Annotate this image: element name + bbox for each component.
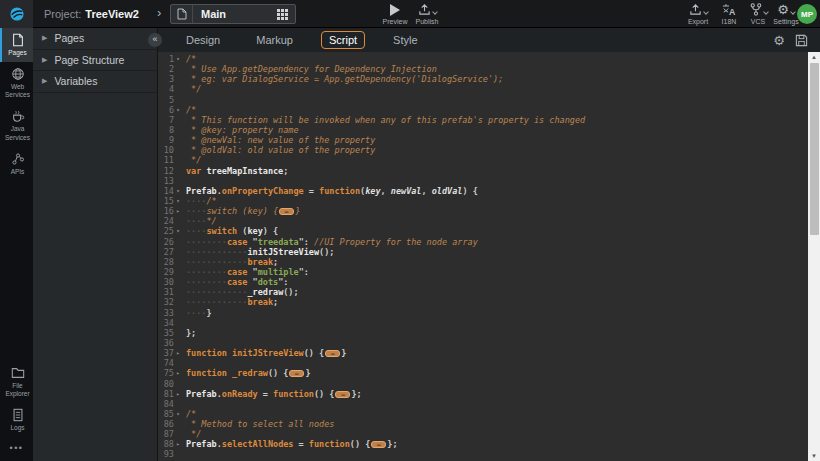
preview-button[interactable]: Preview [378,3,412,25]
code-line[interactable]: 9 * @newVal: new value of the property [158,135,808,145]
code-line[interactable]: 15▾····/* [158,196,808,206]
code-line[interactable]: 74 [158,358,808,368]
code-line[interactable]: 87 */ [158,429,808,439]
sidebar-item-logs[interactable]: Logs [0,403,33,437]
folded-code-pill[interactable] [279,208,294,215]
panel-section-pages[interactable]: ▶ Pages [33,28,157,50]
sidebar-item-pages[interactable]: Pages [0,28,33,62]
code-line[interactable]: 80 [158,379,808,389]
collapse-panel-button[interactable]: « [148,33,162,47]
fold-toggle-icon[interactable]: ▸ [174,206,182,216]
fold-toggle-icon[interactable]: ▸ [174,368,182,378]
user-avatar[interactable]: MP [797,4,817,24]
tab-design[interactable]: Design [178,31,228,49]
line-number: 11 [158,155,174,165]
code-line[interactable]: 25▾····switch (key) { [158,226,808,236]
script-settings-gear-icon[interactable]: ⚙ [773,33,785,48]
code-line[interactable]: 16▸····switch (key) {} [158,206,808,216]
code-text: * @newVal: new value of the property [182,135,375,145]
script-editor[interactable]: 1▾/*2 * Use App.getDependency for Depend… [158,52,808,461]
code-line[interactable]: 5 [158,95,808,105]
sidebar-item-web-services[interactable]: Web Services [0,62,33,104]
code-line[interactable]: 93 [158,449,808,459]
code-line[interactable]: 13 [158,176,808,186]
sidebar-item-file-explorer[interactable]: File Explorer [0,361,33,403]
export-button[interactable]: Export [681,3,715,25]
scrollbar-down-arrow[interactable]: ▼ [808,451,820,461]
page-grid-icon[interactable] [277,9,288,20]
code-text: * @oldVal: old value of the property [182,145,375,155]
fold-toggle-icon[interactable]: ▸ [174,348,182,358]
sidebar-item-apis[interactable]: APIs [0,147,33,181]
fold-toggle-icon[interactable]: ▸ [174,389,182,399]
code-line[interactable]: 1▾/* [158,54,808,64]
code-line[interactable]: 7 * This function will be invoked when a… [158,115,808,125]
web-services-icon [11,67,25,81]
scrollbar-up-arrow[interactable]: ▲ [808,52,820,62]
tab-style[interactable]: Style [385,31,425,49]
code-line[interactable]: 85▾/* [158,409,808,419]
code-line[interactable]: 26········case "treedata": //UI Property… [158,237,808,247]
code-line[interactable]: 28············break; [158,257,808,267]
code-line[interactable]: 32············break; [158,297,808,307]
sidebar-more-button[interactable]: ••• [0,437,33,461]
publish-button[interactable]: Publish [410,3,444,25]
code-line[interactable]: 81▸Prefab.onReady = function() {}; [158,389,808,399]
tab-script[interactable]: Script [321,31,365,49]
fold-toggle-icon[interactable]: ▾ [174,105,182,115]
line-number: 31 [158,287,174,297]
editor-scrollbar[interactable]: ▲ ▼ [808,52,820,461]
fold-gutter [174,429,182,439]
chevron-down-icon [790,9,796,15]
code-line[interactable]: 12var treeMapInstance; [158,166,808,176]
code-line[interactable]: 33····} [158,308,808,318]
code-line[interactable]: 4 */ [158,84,808,94]
panel-section-variables[interactable]: ▶ Variables [33,71,157,93]
line-number: 37 [158,348,174,358]
code-line[interactable]: 2 * Use App.getDependency for Dependency… [158,64,808,74]
fold-toggle-icon[interactable]: ▾ [174,186,182,196]
page-selector[interactable]: Main [170,4,296,24]
fold-toggle-icon[interactable]: ▾ [174,54,182,64]
code-line[interactable]: 75▸function _redraw() {} [158,368,808,378]
code-line[interactable]: 86 * Method to select all nodes [158,419,808,429]
code-line[interactable]: 88▸Prefab.selectAllNodes = function() {}… [158,439,808,449]
code-line[interactable]: 8 * @key: property name [158,125,808,135]
code-line[interactable]: 11 */ [158,155,808,165]
line-number: 10 [158,145,174,155]
fold-toggle-icon[interactable]: ▾ [174,196,182,206]
code-text: var treeMapInstance; [182,166,288,176]
code-line[interactable]: 3 * eg: var DialogService = App.getDepen… [158,74,808,84]
fold-gutter [174,247,182,257]
sidebar-item-java-services[interactable]: Java Services [0,104,33,146]
folded-code-pill[interactable] [335,391,350,398]
line-number: 74 [158,358,174,368]
save-icon[interactable] [795,34,808,47]
code-line[interactable]: 37▸function initJStreeView() {} [158,348,808,358]
fold-toggle-icon[interactable]: ▾ [174,226,182,236]
code-line[interactable]: 35}; [158,328,808,338]
folded-code-pill[interactable] [325,350,340,357]
fold-toggle-icon[interactable]: ▸ [174,439,182,449]
code-line[interactable]: 29········case "multiple": [158,267,808,277]
code-line[interactable]: 14▾Prefab.onPropertyChange = function(ke… [158,186,808,196]
code-line[interactable]: 34 [158,318,808,328]
fold-toggle-icon[interactable]: ▾ [174,409,182,419]
code-line[interactable]: 24····*/ [158,216,808,226]
code-line[interactable]: 30········case "dots": [158,277,808,287]
code-text: ····*/ [182,216,217,226]
panel-section-page-structure[interactable]: ▶ Page Structure [33,50,157,72]
tab-markup[interactable]: Markup [248,31,301,49]
code-line[interactable]: 27············initJStreeView(); [158,247,808,257]
code-line[interactable]: 84 [158,399,808,409]
folded-code-pill[interactable] [289,370,304,377]
folded-code-pill[interactable] [371,441,386,448]
code-line[interactable]: 36 [158,338,808,348]
fold-gutter [174,166,182,176]
fold-gutter [174,267,182,277]
scrollbar-thumb[interactable] [810,63,819,235]
code-line[interactable]: 10 * @oldVal: old value of the property [158,145,808,155]
code-line[interactable]: 6▾/* [158,105,808,115]
app-logo[interactable] [0,0,33,28]
code-line[interactable]: 31············_redraw(); [158,287,808,297]
